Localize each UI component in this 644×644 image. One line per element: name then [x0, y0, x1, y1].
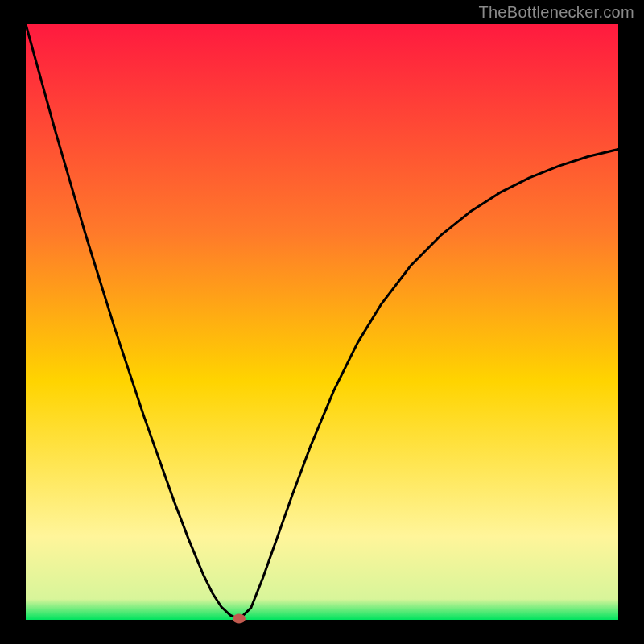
chart-frame: TheBottleneсker.com [0, 0, 644, 644]
watermark-text: TheBottleneсker.com [478, 3, 634, 22]
plot-background [26, 24, 618, 620]
optimal-point-marker [233, 614, 246, 624]
chart-svg [0, 0, 644, 644]
